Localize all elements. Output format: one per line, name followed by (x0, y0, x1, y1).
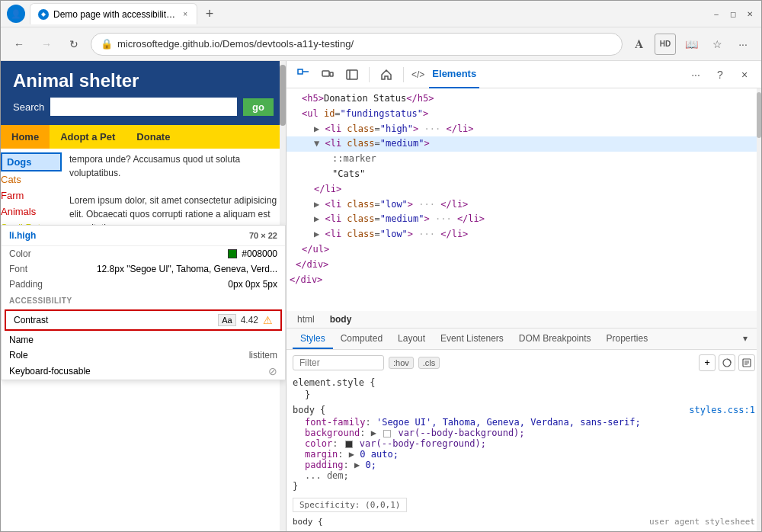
svg-rect-5 (347, 70, 357, 79)
elements-tab[interactable]: Elements (429, 61, 479, 88)
nav-item-animals[interactable]: Animals (1, 204, 62, 220)
svg-rect-3 (322, 71, 329, 76)
address-bar: ← → ↻ 🔒 microsoftedge.github.io/Demos/de… (1, 27, 761, 61)
padding-rule: padding: ▶ 0; (293, 460, 755, 470)
properties-tab[interactable]: Properties (599, 328, 656, 349)
devtools-close-button[interactable]: × (734, 64, 755, 85)
device-fonts-button[interactable] (738, 354, 755, 371)
css-selector: element.style { (293, 377, 755, 388)
devtools-scrollbar-thumb[interactable] (757, 92, 761, 138)
css-closing-body: ... dem; (293, 470, 755, 481)
favorites-button[interactable]: ☆ (706, 34, 728, 55)
tooltip-color-value: #008000 (228, 248, 277, 259)
ebook-button[interactable]: 📖 (680, 34, 702, 55)
contrast-value: Aa 4.42 ⚠ (218, 314, 273, 326)
main-area: Animal shelter Search go Home Adopt a Pe… (1, 61, 761, 531)
keyboard-focusable-icon: ⊘ (268, 365, 277, 377)
style-icons: + (699, 354, 755, 371)
specificity-tooltip: Specificity: (0,0,1) (293, 498, 407, 512)
tooltip-padding-value: 0px 0px 5px (228, 279, 277, 290)
restore-button[interactable]: ◻ (728, 8, 738, 19)
avatar: 👤 (7, 5, 25, 23)
tree-line: "Cats" (287, 167, 761, 182)
element-style-block: element.style { } (293, 377, 755, 400)
dom-breakpoints-tab[interactable]: DOM Breakpoints (511, 328, 599, 349)
layout-tab[interactable]: Layout (390, 328, 433, 349)
html-tab[interactable]: html (293, 312, 319, 326)
tree-line: ▶ <li class="low"> ··· </li> (287, 197, 761, 213)
nav-item-dogs[interactable]: Dogs (1, 152, 62, 171)
devtools-panel: </> Elements ··· ? × <h5>Donation Status… (287, 61, 761, 531)
devtools-help-button[interactable]: ? (709, 64, 731, 85)
body-tab[interactable]: body (325, 312, 357, 326)
toolbar-separator (369, 67, 370, 82)
more-tabs-button[interactable]: ▾ (735, 328, 755, 349)
tooltip-keyboard-row: Keyboard-focusable ⊘ (2, 363, 285, 380)
styles-panel: :hov .cls + element.style { (287, 350, 761, 531)
refresh-button[interactable]: ↻ (63, 34, 85, 55)
new-rule-button[interactable]: + (699, 354, 716, 371)
filter-input[interactable] (293, 355, 384, 370)
event-listeners-tab[interactable]: Event Listeners (433, 328, 511, 349)
back-button[interactable]: ← (8, 34, 30, 55)
accessibility-label: ACCESSIBILITY (9, 296, 277, 305)
hd-button[interactable]: HD (655, 34, 676, 55)
tab-close-button[interactable]: × (181, 8, 189, 20)
hov-button[interactable]: :hov (389, 357, 414, 369)
minimize-button[interactable]: – (711, 8, 722, 19)
window-controls: – ◻ ✕ (711, 8, 755, 19)
nav-item-cats[interactable]: Cats (1, 171, 62, 187)
color-palettes-button[interactable] (719, 354, 735, 371)
scrollbar-thumb[interactable] (280, 65, 286, 126)
search-input[interactable] (50, 98, 237, 116)
browser-tab[interactable]: Demo page with accessibility iss × (30, 3, 197, 24)
tree-line-selected: ▼ <li class="medium"> (287, 136, 761, 152)
elements-tree[interactable]: <h5>Donation Status</h5> <ul id="funding… (287, 88, 761, 311)
read-aloud-button[interactable]: 𝐀 (629, 34, 650, 55)
content-paragraph-1: tempora unde? Accusamus quod ut soluta v… (69, 152, 286, 180)
more-button[interactable]: ··· (732, 34, 754, 55)
nav-home[interactable]: Home (1, 125, 50, 149)
website-panel: Animal shelter Search go Home Adopt a Pe… (1, 61, 287, 531)
tooltip-element-name: li.high (9, 230, 36, 241)
devtools-more-button[interactable]: ··· (685, 64, 706, 85)
body-selector-repeat: body { (293, 517, 323, 527)
styles-tab[interactable]: Styles (293, 328, 333, 349)
panel-tabs: Styles Computed Layout Event Listeners D… (287, 328, 761, 350)
computed-tab[interactable]: Computed (333, 328, 390, 349)
new-tab-button[interactable]: + (199, 3, 220, 24)
nav-item-farm[interactable]: Farm (1, 187, 62, 204)
svg-rect-4 (330, 72, 333, 76)
browser-window: 👤 Demo page with accessibility iss × + –… (0, 0, 762, 532)
contrast-row: Contrast Aa 4.42 ⚠ (5, 309, 282, 331)
filter-bar: :hov .cls + (293, 354, 755, 371)
sidebar-toggle-button[interactable] (341, 64, 363, 85)
styles-link[interactable]: styles.css:1 (689, 405, 755, 415)
font-family-rule: font-family: 'Segoe UI', Tahoma, Geneva,… (293, 417, 755, 428)
toolbar-separator-2 (403, 67, 404, 82)
forward-button[interactable]: → (36, 34, 57, 55)
css-closing: } (293, 389, 755, 400)
cls-button[interactable]: .cls (418, 357, 440, 369)
devtools-scrollbar-track[interactable] (757, 88, 761, 531)
tooltip-color-label: Color (9, 248, 31, 259)
tooltip-header: li.high 70 × 22 (2, 226, 285, 246)
address-input[interactable]: 🔒 microsoftedge.github.io/Demos/devtools… (91, 33, 623, 56)
nav-donate[interactable]: Donate (126, 125, 181, 149)
tooltip-padding-row: Padding 0px 0px 5px (2, 277, 285, 292)
css-closing-brace: } (293, 481, 755, 492)
device-toggle-button[interactable] (317, 64, 338, 85)
devtools-toolbar: </> Elements ··· ? × (287, 61, 761, 88)
title-bar: 👤 Demo page with accessibility iss × + –… (1, 1, 761, 27)
maximize-close-button[interactable]: ✕ (744, 8, 755, 19)
tooltip-font-label: Font (9, 264, 27, 274)
tab-favicon (38, 9, 49, 20)
nav-adopt[interactable]: Adopt a Pet (50, 125, 126, 149)
contrast-label: Contrast (14, 315, 48, 325)
inspect-button[interactable] (293, 64, 314, 85)
margin-rule: margin: ▶ 0 auto; (293, 449, 755, 460)
tab-title: Demo page with accessibility iss (53, 9, 177, 20)
search-button[interactable]: go (243, 98, 274, 116)
search-label: Search (13, 101, 44, 113)
home-button[interactable] (376, 64, 397, 85)
